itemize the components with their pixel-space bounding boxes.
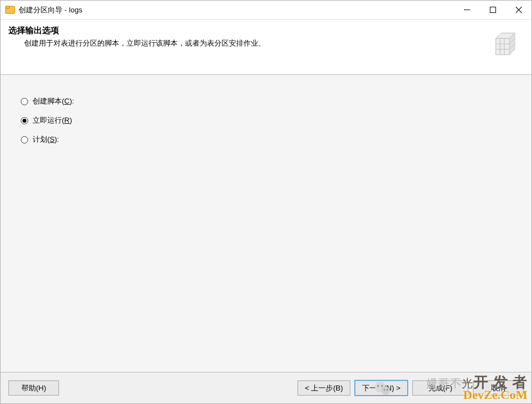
finish-button[interactable]: 完成(F) <box>412 380 468 396</box>
svg-line-5 <box>516 7 522 13</box>
radio-icon-selected <box>21 117 28 124</box>
svg-marker-6 <box>496 38 510 55</box>
page-title: 选择输出选项 <box>8 25 488 36</box>
help-button[interactable]: 帮助(H) <box>8 380 59 396</box>
back-button[interactable]: < 上一步(B) <box>297 380 350 396</box>
radio-label: 创建脚本(C): <box>33 96 74 106</box>
window-title: 创建分区向导 - logs <box>19 1 454 20</box>
minimize-button[interactable] <box>454 1 480 20</box>
radio-label: 计划(S): <box>33 134 59 145</box>
next-button[interactable]: 下一步(N) > <box>355 380 408 396</box>
footer-bar: 帮助(H) < 上一步(B) 下一步(N) > 完成(F) 取消 <box>1 372 531 403</box>
app-icon <box>5 5 15 15</box>
svg-rect-3 <box>490 7 495 13</box>
svg-rect-1 <box>6 6 10 8</box>
cancel-button[interactable]: 取消 <box>473 380 524 396</box>
radio-label: 立即运行(R) <box>33 115 72 125</box>
wizard-window: 创建分区向导 - logs 选择输出选项 创建用于对表进行分区的脚本，立即运行该… <box>0 0 532 404</box>
radio-icon <box>21 98 28 105</box>
radio-create-script[interactable]: 创建脚本(C): <box>21 95 511 107</box>
header-text: 选择输出选项 创建用于对表进行分区的脚本，立即运行该脚本，或者为表分区安排作业。 <box>8 24 488 48</box>
radio-run-now[interactable]: 立即运行(R) <box>21 114 511 127</box>
maximize-button[interactable] <box>480 1 506 20</box>
radio-schedule[interactable]: 计划(S): <box>21 133 511 146</box>
header-panel: 选择输出选项 创建用于对表进行分区的脚本，立即运行该脚本，或者为表分区安排作业。 <box>1 20 531 75</box>
content-area: 创建脚本(C): 立即运行(R) 计划(S): <box>1 75 531 372</box>
nav-button-group: < 上一步(B) 下一步(N) > 完成(F) 取消 <box>293 380 524 396</box>
page-subtitle: 创建用于对表进行分区的脚本，立即运行该脚本，或者为表分区安排作业。 <box>24 38 488 48</box>
title-bar: 创建分区向导 - logs <box>1 1 531 20</box>
cube-icon <box>488 28 520 60</box>
close-button[interactable] <box>506 1 531 20</box>
radio-icon <box>21 136 28 143</box>
svg-line-4 <box>516 7 522 13</box>
